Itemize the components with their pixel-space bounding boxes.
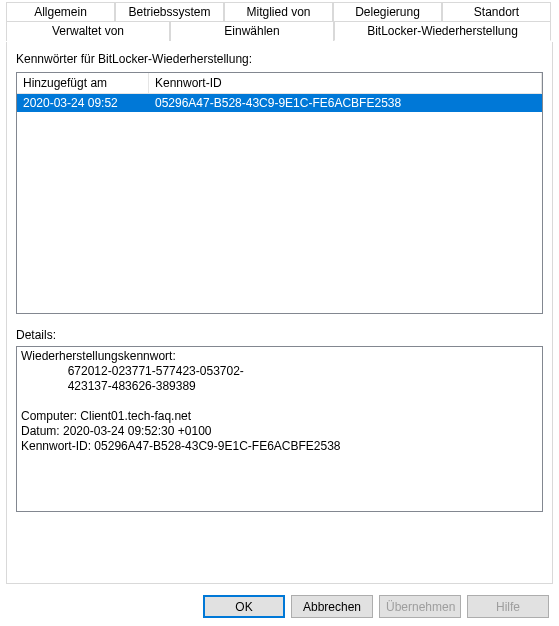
properties-window: Allgemein Betriebssystem Mitglied von De… [0,2,559,626]
tab-betriebssystem[interactable]: Betriebssystem [115,2,224,22]
column-header-added[interactable]: Hinzugefügt am [17,73,149,93]
passwords-listview[interactable]: Hinzugefügt am Kennwort-ID 2020-03-24 09… [16,72,543,314]
tab-mitglied-von[interactable]: Mitglied von [224,2,333,22]
tab-standort[interactable]: Standort [442,2,551,22]
listview-body: 2020-03-24 09:52 05296A47-B528-43C9-9E1C… [17,94,542,112]
column-header-password-id[interactable]: Kennwort-ID [149,73,542,93]
apply-button[interactable]: Übernehmen [379,595,461,618]
dialog-buttons: OK Abbrechen Übernehmen Hilfe [203,595,549,618]
cancel-button[interactable]: Abbrechen [291,595,373,618]
tab-panel-bitlocker: Kennwörter für BitLocker-Wiederherstellu… [16,52,543,574]
details-textbox[interactable]: Wiederherstellungskennwort: 672012-02377… [16,346,543,512]
cell-password-id: 05296A47-B528-43C9-9E1C-FE6ACBFE2538 [149,95,542,111]
details-label: Details: [16,328,543,342]
tab-allgemein[interactable]: Allgemein [6,2,115,22]
tab-row-1: Allgemein Betriebssystem Mitglied von De… [6,2,553,22]
tab-strip: Allgemein Betriebssystem Mitglied von De… [6,2,553,42]
ok-button[interactable]: OK [203,595,285,618]
tab-row-2: Verwaltet von Einwählen BitLocker-Wieder… [6,21,553,41]
tab-einwaehlen[interactable]: Einwählen [170,21,334,41]
tab-bitlocker-wiederherstellung[interactable]: BitLocker-Wiederherstellung [334,21,551,41]
passwords-label: Kennwörter für BitLocker-Wiederherstellu… [16,52,543,66]
tab-verwaltet-von[interactable]: Verwaltet von [6,21,170,41]
tab-delegierung[interactable]: Delegierung [333,2,442,22]
help-button[interactable]: Hilfe [467,595,549,618]
table-row[interactable]: 2020-03-24 09:52 05296A47-B528-43C9-9E1C… [17,94,542,112]
cell-added: 2020-03-24 09:52 [17,95,149,111]
listview-header: Hinzugefügt am Kennwort-ID [17,73,542,94]
